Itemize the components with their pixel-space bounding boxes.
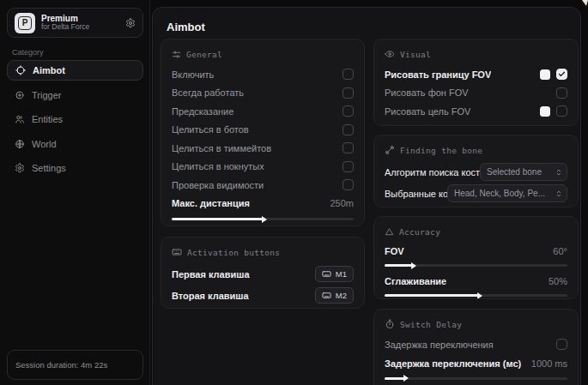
- switch-delay-toggle-label: Задержка переключения: [385, 340, 494, 350]
- keyboard-icon: [172, 247, 182, 257]
- draw-fov-target-label: Рисовать цель FOV: [385, 106, 470, 117]
- sidebar-item-label: World: [32, 139, 57, 149]
- max-distance-slider[interactable]: [172, 218, 354, 220]
- activation-buttons-card: Activation buttons Первая клавиша M1 Вто…: [161, 237, 365, 309]
- sidebar-item-label: Settings: [32, 163, 66, 173]
- keyboard-icon: [322, 291, 331, 300]
- timer-icon: [385, 319, 395, 329]
- brand-box: P Premium for Delta Force: [7, 8, 143, 38]
- sidebar-item-aimbot[interactable]: Aimbot: [7, 60, 143, 81]
- prediction-checkbox[interactable]: [342, 105, 354, 117]
- sidebar-item-trigger[interactable]: Trigger: [7, 85, 143, 105]
- fov-label: FOV: [385, 246, 404, 256]
- globe-icon: [15, 139, 25, 149]
- brand-subtitle: for Delta Force: [41, 23, 119, 32]
- crosshair-icon: [15, 65, 26, 75]
- eye-icon: [385, 49, 395, 59]
- switch-delay-checkbox[interactable]: [556, 339, 567, 350]
- slider-thumb[interactable]: [411, 262, 416, 269]
- second-key-bind[interactable]: M2: [315, 287, 354, 304]
- keyboard-icon: [322, 269, 331, 279]
- sidebar: P Premium for Delta Force Category Aimbo…: [0, 0, 150, 385]
- entities-icon: [15, 114, 25, 124]
- bone-algorithm-label: Алгоритм поиска костей: [385, 167, 480, 177]
- app-logo: P: [15, 13, 35, 33]
- bone-icon: [385, 145, 395, 155]
- first-key-bind[interactable]: M1: [315, 266, 354, 282]
- switch-delay-card: Switch Delay Задержка переключения Задер…: [373, 309, 579, 385]
- second-key-label: Вторая клавиша: [172, 291, 249, 301]
- general-card: General Включить Всегда работать Предска…: [161, 39, 365, 226]
- mouse-cursor: [582, 0, 588, 6]
- finding-bone-card: Finding the bone Алгоритм поиска костей …: [373, 135, 579, 208]
- selected-value: Selected bone: [487, 167, 542, 177]
- enable-checkbox[interactable]: [342, 69, 354, 80]
- key-value: M2: [336, 291, 347, 300]
- card-title: Finding the bone: [400, 146, 482, 155]
- option-label: Предсказание: [172, 106, 233, 117]
- sidebar-item-label: Trigger: [32, 90, 61, 100]
- visibility-check-checkbox[interactable]: [342, 179, 354, 190]
- card-title: Visual: [400, 50, 431, 59]
- session-box: Session duration: 4m 22s: [7, 350, 143, 380]
- accuracy-card: Accuracy FOV 60° Сглаживание 50%: [373, 216, 579, 299]
- fov-target-color-swatch[interactable]: [540, 106, 550, 117]
- chevrons-up-down-icon: [555, 168, 563, 177]
- selected-bones-select[interactable]: Head, Neck, Body, Pe...: [447, 184, 567, 202]
- sidebar-item-entities[interactable]: Entities: [7, 109, 143, 129]
- draw-fov-border-checkbox[interactable]: [556, 69, 567, 80]
- category-label: Category: [12, 48, 44, 57]
- sidebar-item-label: Entities: [32, 114, 63, 124]
- fov-value: 60°: [553, 246, 567, 256]
- draw-fov-target-checkbox[interactable]: [556, 105, 567, 117]
- option-label: Целиться в нокнутых: [172, 161, 264, 171]
- switch-delay-ms-label: Задержка переключения (мс): [385, 358, 521, 369]
- page-title: Aimbot: [167, 21, 205, 33]
- logo-letter: P: [18, 16, 32, 30]
- option-label: Проверка видимости: [172, 180, 264, 190]
- sidebar-item-label: Aimbot: [33, 65, 65, 75]
- sidebar-item-settings[interactable]: Settings: [7, 158, 143, 178]
- draw-fov-border-label: Рисовать границу FOV: [385, 69, 491, 80]
- draw-fov-bg-checkbox[interactable]: [556, 87, 567, 99]
- option-label: Всегда работать: [172, 87, 244, 98]
- session-duration: Session duration: 4m 22s: [15, 360, 107, 370]
- card-title: Accuracy: [399, 227, 440, 237]
- sidebar-item-world[interactable]: World: [7, 134, 143, 154]
- sidebar-nav: Aimbot Trigger Entities World Settings: [7, 60, 143, 183]
- target-bots-checkbox[interactable]: [342, 124, 354, 135]
- smoothing-label: Сглаживание: [385, 276, 446, 286]
- target-knocked-checkbox[interactable]: [342, 161, 354, 172]
- switch-delay-slider[interactable]: [385, 377, 567, 380]
- card-title: Activation buttons: [187, 248, 280, 257]
- option-label: Целиться в ботов: [172, 124, 249, 135]
- first-key-label: Первая клавиша: [172, 269, 250, 280]
- card-title: Switch Delay: [400, 320, 462, 329]
- fov-border-color-swatch[interactable]: [540, 69, 550, 80]
- gear-icon[interactable]: [125, 18, 136, 28]
- max-distance-value: 250m: [330, 198, 354, 208]
- main-panel: Aimbot General Включить Всегда работать …: [152, 7, 581, 385]
- selected-bones-label: Выбранные кости: [385, 189, 447, 199]
- smoothing-value: 50%: [549, 276, 567, 286]
- draw-fov-bg-label: Рисовать фон FOV: [385, 87, 469, 98]
- fov-slider[interactable]: [385, 264, 567, 267]
- visual-card: Visual Рисовать границу FOV Рисовать фон…: [373, 39, 579, 126]
- chevrons-up-down-icon: [555, 189, 563, 198]
- bone-algorithm-select[interactable]: Selected bone: [480, 163, 567, 181]
- trigger-icon: [15, 90, 25, 100]
- sliders-icon: [172, 50, 181, 59]
- option-label: Включить: [172, 69, 214, 80]
- always-work-checkbox[interactable]: [342, 87, 354, 99]
- switch-delay-ms-value: 1000 ms: [531, 358, 567, 369]
- gear-icon: [15, 163, 25, 173]
- slider-thumb[interactable]: [403, 375, 409, 382]
- check-icon: [558, 70, 566, 78]
- triangle-icon: [385, 227, 394, 237]
- option-label: Целиться в тиммейтов: [172, 143, 271, 153]
- slider-thumb[interactable]: [262, 216, 267, 223]
- selected-value: Head, Neck, Body, Pe...: [454, 189, 545, 198]
- slider-thumb[interactable]: [477, 292, 482, 299]
- smoothing-slider[interactable]: [385, 294, 567, 297]
- target-teammates-checkbox[interactable]: [342, 142, 354, 153]
